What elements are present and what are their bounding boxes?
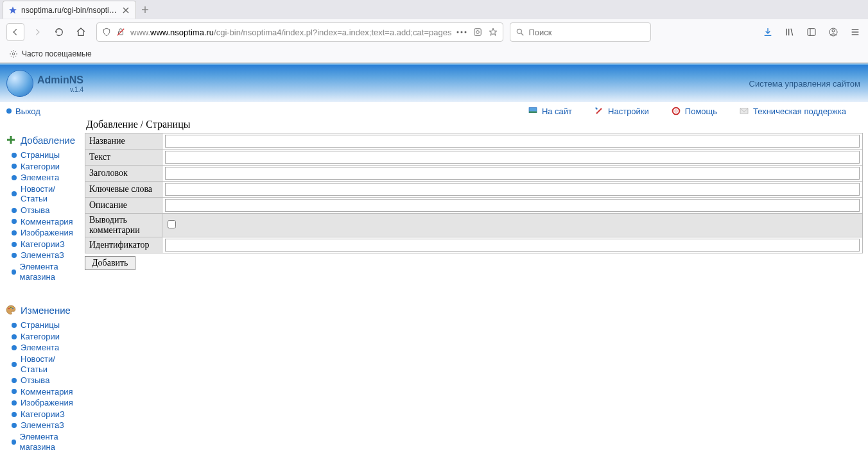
sidebar-item[interactable]: ЭлементаЗ bbox=[5, 420, 82, 431]
sidebar-item[interactable]: Новости/Статьи bbox=[5, 184, 82, 205]
input-identifier[interactable] bbox=[165, 239, 860, 252]
svg-marker-5 bbox=[55, 31, 57, 33]
sidebar-item-label: ЭлементаЗ bbox=[21, 420, 64, 431]
library-icon[interactable] bbox=[783, 26, 796, 38]
submit-button[interactable]: Добавить bbox=[85, 256, 135, 270]
checkbox-comments[interactable] bbox=[168, 220, 176, 228]
input-heading[interactable] bbox=[165, 167, 860, 180]
sidebar-item[interactable]: Страницы bbox=[5, 150, 82, 161]
menu-icon[interactable] bbox=[849, 26, 862, 38]
search-bar[interactable] bbox=[510, 22, 651, 42]
label-heading: Заголовок bbox=[85, 166, 162, 182]
svg-rect-28 bbox=[529, 112, 537, 113]
svg-point-36 bbox=[12, 308, 13, 309]
sidebar-item[interactable]: Отзыва bbox=[5, 375, 82, 386]
tracking-protection-icon[interactable] bbox=[473, 28, 482, 37]
tab-title: nsoptima.ru/cgi-bin/nsoptima bbox=[21, 6, 117, 15]
sidebar-item-label: Страницы bbox=[21, 150, 60, 160]
sidebar-item[interactable]: Изображения bbox=[5, 397, 82, 409]
home-button[interactable] bbox=[72, 23, 90, 41]
monitor-icon bbox=[528, 106, 538, 116]
sidebar-item-label: Новости/Статьи bbox=[21, 184, 82, 204]
sidebar-item-label: КатегорииЗ bbox=[21, 239, 65, 250]
logout-link[interactable]: Выход bbox=[6, 107, 40, 116]
page-actions-icon[interactable] bbox=[456, 31, 467, 33]
sidebar-item[interactable]: Элемента магазина bbox=[5, 431, 82, 452]
page-title: Добавление / Страницы bbox=[86, 119, 863, 130]
insecure-icon[interactable] bbox=[116, 28, 125, 37]
bookmark-star-icon[interactable] bbox=[489, 28, 498, 37]
address-bar[interactable]: www.www.nsoptima.ru/cgi-bin/nsoptima4/in… bbox=[96, 22, 503, 42]
tab-favicon-icon bbox=[8, 6, 17, 15]
input-text[interactable] bbox=[165, 151, 860, 164]
bullet-icon bbox=[12, 164, 17, 169]
sidebar-group-edit: Изменение bbox=[5, 304, 82, 316]
sidebar-item[interactable]: Изображения bbox=[5, 227, 82, 239]
app-header: AdminNS v.1.4 Система управления сайтом bbox=[0, 64, 868, 102]
account-icon[interactable] bbox=[827, 26, 840, 38]
sidebar-item[interactable]: Элемента bbox=[5, 172, 82, 184]
svg-point-12 bbox=[476, 31, 480, 34]
tab-bar: nsoptima.ru/cgi-bin/nsoptima bbox=[0, 0, 868, 19]
input-description[interactable] bbox=[165, 199, 860, 212]
bullet-icon bbox=[12, 230, 17, 235]
sidebar-item-label: Новости/Статьи bbox=[21, 354, 82, 374]
sidebar-item[interactable]: ЭлементаЗ bbox=[5, 250, 82, 261]
url-text: www.www.nsoptima.ru/cgi-bin/nsoptima4/in… bbox=[130, 28, 451, 37]
svg-rect-19 bbox=[808, 29, 815, 36]
page-body: AdminNS v.1.4 Система управления сайтом … bbox=[0, 64, 868, 453]
svg-point-35 bbox=[10, 307, 12, 308]
bookmarks-label[interactable]: Часто посещаемые bbox=[22, 49, 92, 58]
sidebar-item[interactable]: КатегорииЗ bbox=[5, 409, 82, 420]
back-button[interactable] bbox=[6, 23, 24, 41]
svg-point-10 bbox=[465, 31, 467, 33]
toplink-label: Настройки bbox=[608, 107, 649, 116]
envelope-icon bbox=[739, 106, 749, 116]
sidebar-item-label: Комментария bbox=[21, 387, 73, 397]
sidebar-item-label: КатегорииЗ bbox=[21, 409, 65, 420]
svg-marker-0 bbox=[9, 6, 17, 13]
reload-button[interactable] bbox=[50, 23, 68, 41]
sidebar-item[interactable]: Отзыва bbox=[5, 205, 82, 216]
bullet-icon bbox=[12, 175, 17, 180]
sidebar-toggle-icon[interactable] bbox=[805, 26, 818, 38]
sidebar-item[interactable]: Новости/Статьи bbox=[5, 354, 82, 375]
toplink-help[interactable]: Помощь bbox=[671, 106, 717, 116]
browser-tab[interactable]: nsoptima.ru/cgi-bin/nsoptima bbox=[3, 1, 136, 19]
toplink-settings[interactable]: Настройки bbox=[594, 106, 649, 116]
toplink-site[interactable]: На сайт bbox=[528, 106, 572, 116]
gear-icon[interactable] bbox=[9, 49, 18, 58]
input-name[interactable] bbox=[165, 135, 860, 148]
shield-icon[interactable] bbox=[102, 28, 111, 37]
sidebar-item[interactable]: Категории bbox=[5, 161, 82, 173]
search-input[interactable] bbox=[528, 28, 645, 37]
bookmarks-bar: Часто посещаемые bbox=[0, 45, 868, 63]
sidebar-item[interactable]: КатегорииЗ bbox=[5, 239, 82, 250]
forward-button[interactable] bbox=[28, 23, 46, 41]
tab-close-icon[interactable] bbox=[121, 6, 130, 15]
sidebar-item[interactable]: Комментария bbox=[5, 386, 82, 398]
bullet-icon bbox=[12, 219, 17, 224]
sidebar-item[interactable]: Элемента bbox=[5, 342, 82, 354]
sidebar-group-label: Изменение bbox=[21, 305, 71, 316]
sidebar-item-label: Отзыва bbox=[21, 375, 49, 386]
bullet-icon bbox=[12, 191, 17, 196]
bullet-icon bbox=[6, 108, 12, 114]
form-table: Название Текст Заголовок Ключевые слова … bbox=[85, 133, 863, 253]
tools-icon bbox=[594, 106, 604, 116]
bullet-icon bbox=[12, 400, 17, 406]
svg-point-26 bbox=[12, 53, 15, 55]
sidebar-item[interactable]: Элемента магазина bbox=[5, 261, 82, 282]
sidebar-item[interactable]: Категории bbox=[5, 331, 82, 343]
sidebar-item-label: Элемента магазина bbox=[20, 262, 82, 282]
new-tab-button[interactable] bbox=[136, 1, 154, 19]
label-name: Название bbox=[85, 133, 162, 150]
downloads-icon[interactable] bbox=[761, 26, 774, 38]
sidebar-item[interactable]: Комментария bbox=[5, 216, 82, 228]
bullet-icon bbox=[12, 208, 17, 213]
bullet-icon bbox=[12, 253, 17, 258]
input-keywords[interactable] bbox=[165, 183, 860, 196]
sidebar-item[interactable]: Страницы bbox=[5, 320, 82, 331]
toplink-support[interactable]: Техническая поддержка bbox=[739, 106, 846, 116]
sidebar-item-label: Категории bbox=[21, 162, 60, 172]
